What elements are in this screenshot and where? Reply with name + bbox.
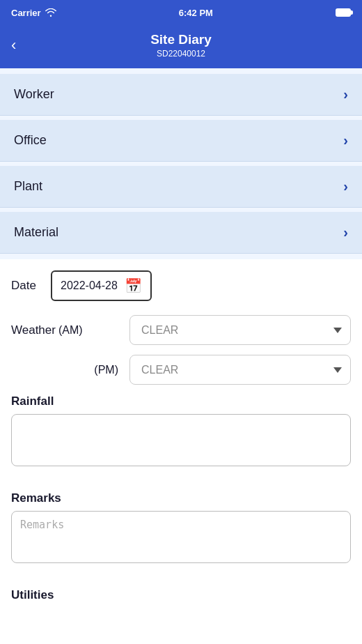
- weather-am-label: (AM): [58, 324, 83, 337]
- date-value: 2022-04-28: [61, 279, 118, 292]
- calendar-icon: 📅: [125, 277, 142, 294]
- page-title: Site Diary: [150, 32, 212, 47]
- chevron-right-icon: ›: [343, 224, 348, 240]
- nav-item-material[interactable]: Material ›: [0, 212, 362, 254]
- nav-list: Worker › Office › Plant › Material ›: [0, 68, 362, 259]
- header-title-group: Site Diary SD22040012: [150, 32, 212, 59]
- weather-am-select[interactable]: CLEAR CLOUDY RAINY SUNNY WINDY: [129, 315, 351, 345]
- battery-icon: [336, 8, 351, 17]
- nav-item-worker-label: Worker: [14, 87, 54, 102]
- weather-am-row: Weather (AM) CLEAR CLOUDY RAINY SUNNY WI…: [11, 315, 351, 345]
- remarks-section: Remarks: [11, 491, 351, 577]
- nav-item-plant-label: Plant: [14, 179, 42, 194]
- carrier-label: Carrier: [11, 8, 41, 18]
- nav-item-plant[interactable]: Plant ›: [0, 166, 362, 208]
- nav-item-worker[interactable]: Worker ›: [0, 74, 362, 116]
- form-content: Date 2022-04-28 📅 Weather (AM) CLEAR CLO…: [0, 259, 362, 622]
- nav-item-office-label: Office: [14, 133, 47, 148]
- nav-item-material-label: Material: [14, 225, 58, 240]
- nav-item-office[interactable]: Office ›: [0, 120, 362, 162]
- page-subtitle: SD22040012: [150, 49, 212, 59]
- status-bar: Carrier 6:42 PM: [0, 0, 362, 25]
- weather-label-group: Weather (AM): [11, 323, 129, 337]
- chevron-right-icon: ›: [343, 86, 348, 102]
- back-button[interactable]: ‹: [11, 38, 16, 53]
- app-header: ‹ Site Diary SD22040012: [0, 25, 362, 68]
- remarks-input[interactable]: [11, 511, 351, 563]
- rainfall-label: Rainfall: [11, 394, 351, 408]
- weather-pm-label: (PM): [11, 364, 129, 376]
- date-label: Date: [11, 279, 42, 293]
- weather-pm-row: (PM) CLEAR CLOUDY RAINY SUNNY WINDY: [11, 355, 351, 385]
- status-bar-right: [336, 8, 351, 17]
- wifi-icon: [45, 8, 56, 17]
- date-row: Date 2022-04-28 📅: [11, 270, 351, 301]
- status-bar-time: 6:42 PM: [179, 8, 213, 18]
- status-bar-left: Carrier: [11, 8, 56, 18]
- date-input-wrapper[interactable]: 2022-04-28 📅: [51, 270, 152, 301]
- weather-pm-select[interactable]: CLEAR CLOUDY RAINY SUNNY WINDY: [129, 355, 351, 385]
- chevron-right-icon: ›: [343, 178, 348, 194]
- rainfall-input[interactable]: [11, 414, 351, 466]
- remarks-label: Remarks: [11, 491, 351, 505]
- rainfall-section: Rainfall: [11, 394, 351, 480]
- weather-label: Weather: [11, 323, 56, 337]
- chevron-right-icon: ›: [343, 132, 348, 148]
- utilities-label: Utilities: [11, 588, 351, 602]
